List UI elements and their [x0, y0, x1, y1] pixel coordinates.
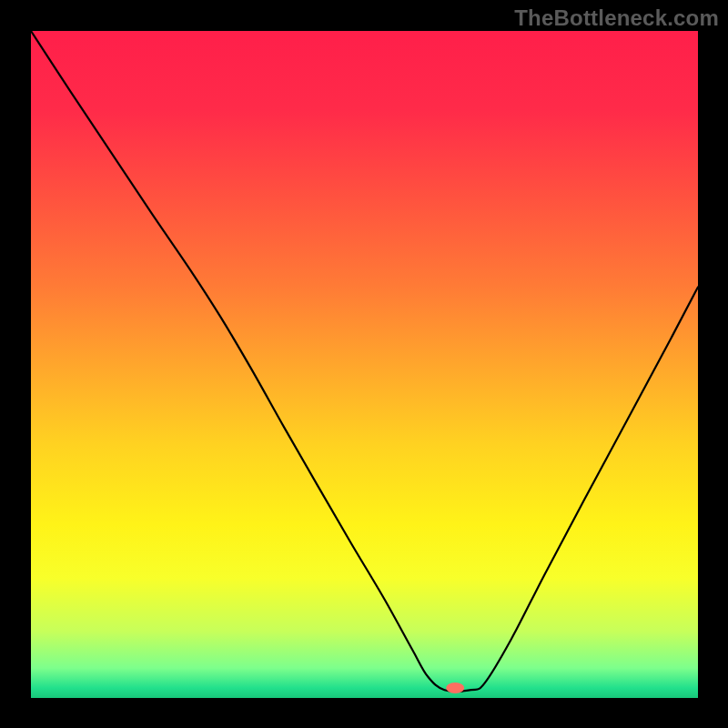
plot-area	[31, 31, 698, 698]
watermark-text: TheBottleneck.com	[514, 5, 719, 31]
plot-svg	[31, 31, 698, 698]
optimum-marker	[446, 682, 464, 693]
chart-frame: TheBottleneck.com	[0, 0, 728, 728]
gradient-background	[31, 31, 698, 698]
